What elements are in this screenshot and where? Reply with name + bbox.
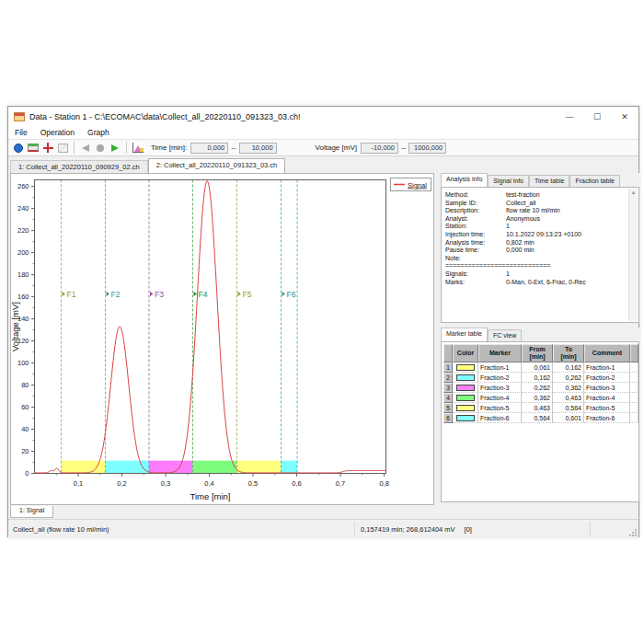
x-tick-label: 0,7 (336, 479, 345, 488)
info-scrollbar[interactable]: ▲ (628, 189, 638, 321)
table-cell[interactable]: 0,262 (553, 373, 584, 383)
table-cell[interactable]: Fraction-6 (478, 413, 522, 423)
overlay-graph-icon[interactable] (132, 142, 144, 154)
menu-bar: FileOperationGraph (8, 126, 638, 139)
tab-signal-info[interactable]: Signal info (488, 175, 529, 187)
next-arrow-icon[interactable] (109, 142, 121, 154)
table-cell[interactable]: Fraction-3 (478, 383, 522, 393)
voltage-from-input[interactable] (361, 143, 398, 154)
table-cell[interactable]: Fraction-2 (478, 373, 522, 383)
table-cell[interactable]: Fraction-1 (584, 362, 630, 373)
tab-fraction-table[interactable]: Fraction table (569, 175, 619, 187)
table-cell[interactable]: Fraction-2 (584, 373, 630, 383)
title-bar: Data - Station 1 - C:\ECOMAC\data\Collec… (8, 107, 638, 126)
time-from-input[interactable] (190, 143, 228, 154)
tab-analysis-info[interactable]: Analysis info (441, 173, 488, 187)
tab-time-table[interactable]: Time table (529, 175, 569, 187)
target-icon[interactable] (41, 142, 54, 154)
fraction-marker-arrow-icon (193, 292, 197, 296)
table-cell[interactable]: Fraction-5 (584, 403, 630, 413)
table-cell[interactable]: 0,463 (522, 403, 553, 413)
print-icon[interactable] (27, 142, 40, 154)
table-cell[interactable]: 0,061 (522, 362, 553, 373)
table-row[interactable]: 4Fraction-40,3620,463Fraction-4 (443, 393, 638, 403)
time-to-input[interactable] (239, 143, 277, 154)
fraction-band-F3 (149, 461, 193, 474)
file-tab-2[interactable]: 2: Collect_all_20220110_091323_03.ch (148, 158, 286, 173)
chart-disabled-icon (56, 142, 69, 154)
color-cell[interactable] (453, 413, 478, 423)
signal-tab-1[interactable]: 1: Signal (10, 506, 53, 518)
fraction-marker-arrow-icon (62, 292, 65, 296)
resize-grip-icon[interactable] (628, 528, 638, 537)
table-cell[interactable]: 0,362 (522, 393, 553, 403)
fraction-label-F2: F2 (110, 290, 120, 299)
close-button[interactable]: ✕ (611, 107, 638, 126)
color-cell[interactable] (453, 403, 478, 413)
x-tick-label: 0,5 (248, 479, 258, 488)
status-separator (354, 522, 355, 537)
table-cell[interactable] (630, 373, 638, 383)
fraction-band-F5 (236, 461, 281, 474)
file-tab-1[interactable]: 1: Collect_all_20220110_090929_02.ch (10, 160, 148, 173)
marker-table: ColorMarkerFrom [min]To [min]Comment1Fra… (443, 344, 638, 423)
fraction-marker-arrow-icon (282, 292, 285, 296)
color-cell[interactable] (453, 383, 478, 393)
color-cell[interactable] (453, 362, 478, 373)
table-cell[interactable]: 0,162 (553, 362, 584, 373)
table-row[interactable]: 3Fraction-30,2620,362Fraction-3 (443, 383, 638, 393)
table-cell[interactable]: 0,564 (522, 413, 553, 423)
y-tick-label: 40 (21, 425, 29, 433)
tab-marker-table[interactable]: Marker table (441, 328, 488, 341)
row-number: 4 (443, 393, 453, 403)
stop-icon[interactable] (94, 142, 107, 154)
color-cell[interactable] (453, 373, 478, 383)
scroll-up-icon[interactable]: ▲ (629, 189, 638, 197)
color-cell[interactable] (453, 393, 478, 403)
menu-item-graph[interactable]: Graph (81, 128, 116, 137)
x-tick-label: 0,8 (379, 479, 388, 488)
table-cell[interactable]: 0,463 (553, 393, 584, 403)
table-cell[interactable] (630, 403, 638, 413)
table-cell[interactable]: 0,564 (553, 403, 584, 413)
table-cell[interactable] (630, 362, 638, 373)
menu-item-operation[interactable]: Operation (34, 128, 81, 137)
table-cell[interactable]: 0,262 (522, 383, 553, 393)
record-icon[interactable] (12, 142, 25, 154)
tab-fc-view[interactable]: FC view (488, 329, 522, 341)
table-cell[interactable]: Fraction-6 (584, 413, 630, 423)
info-tab-bar: Analysis infoSignal infoTime tableFracti… (441, 173, 639, 187)
toolbar-separator (74, 142, 75, 154)
previous-arrow-icon[interactable] (79, 142, 92, 154)
table-cell[interactable]: Fraction-4 (478, 393, 522, 403)
table-cell[interactable] (630, 393, 638, 403)
table-cell[interactable] (630, 383, 638, 393)
table-cell[interactable]: 0,162 (522, 373, 553, 383)
info-row: ============================ (445, 262, 627, 270)
menu-item-file[interactable]: File (8, 128, 34, 137)
table-cell[interactable]: 0,601 (553, 413, 584, 423)
voltage-to-input[interactable] (408, 143, 446, 154)
analysis-info-rows: Method:test-fractionSample ID:Collect_al… (445, 191, 627, 286)
table-cell[interactable]: 0,362 (553, 383, 584, 393)
table-row[interactable]: 6Fraction-60,5640,601Fraction-6 (443, 413, 638, 423)
table-row[interactable]: 5Fraction-50,4630,564Fraction-5 (443, 403, 638, 413)
header-cell: To [min] (553, 344, 584, 362)
table-cell[interactable]: Fraction-4 (584, 393, 630, 403)
maximize-button[interactable]: ☐ (583, 107, 611, 126)
table-row[interactable]: 1Fraction-10,0610,162Fraction-1 (443, 362, 638, 373)
fraction-label-F3: F3 (155, 290, 164, 299)
y-tick-label: 220 (17, 226, 29, 235)
info-row: Pause time:0,000 min (445, 247, 627, 255)
table-cell[interactable]: Fraction-5 (478, 403, 522, 413)
table-cell[interactable] (630, 413, 638, 423)
app-icon (14, 112, 25, 121)
y-tick-label: 180 (17, 270, 29, 279)
table-cell[interactable]: Fraction-1 (478, 362, 522, 373)
chart-svg[interactable]: 0,10,20,30,40,50,60,70,80204060801001201… (11, 174, 433, 504)
minimize-button[interactable]: — (556, 107, 583, 126)
toolbar: Time [min]: -- Voltage [mV] -- (8, 139, 638, 156)
table-cell[interactable]: Fraction-3 (584, 383, 630, 393)
time-range-label: Time [min]: (151, 144, 187, 152)
table-row[interactable]: 2Fraction-20,1620,262Fraction-2 (443, 373, 638, 383)
